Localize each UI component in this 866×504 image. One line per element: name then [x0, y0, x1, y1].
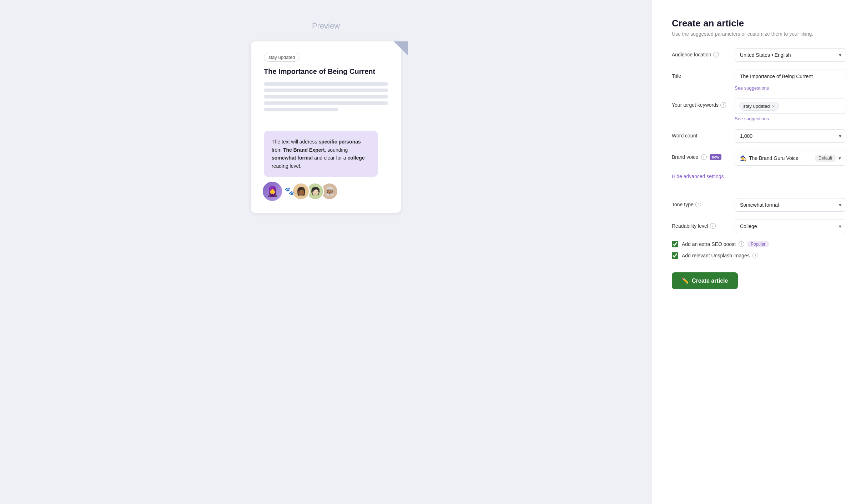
preview-article-title: The Importance of Being Current — [264, 67, 388, 76]
create-btn-icon: ✏️ — [682, 277, 689, 284]
speech-bubble: The text will address specific personas … — [264, 131, 378, 177]
audience-location-label: Audience location i — [672, 48, 729, 57]
unsplash-row: Add relevant Unsplash images i — [672, 252, 846, 259]
advanced-divider — [672, 190, 846, 190]
brand-voice-new-badge: new — [710, 154, 721, 160]
preview-line-1 — [264, 82, 388, 86]
keywords-see-suggestions[interactable]: See suggestions — [735, 116, 846, 121]
audience-location-select[interactable]: United States • English United Kingdom •… — [735, 48, 846, 62]
readability-label: Readability level i — [672, 220, 729, 229]
unsplash-checkbox[interactable] — [672, 252, 678, 259]
title-row: Title See suggestions — [672, 70, 846, 91]
keyword-tag-text: stay updated — [743, 104, 770, 109]
tone-type-row: Tone type i Somewhat formal Formal Casua… — [672, 198, 846, 212]
form-panel: Create an article Use the suggested para… — [652, 0, 866, 504]
seo-boost-label: Add an extra SEO boost i Popular — [682, 241, 769, 247]
audience-info-icon[interactable]: i — [713, 52, 719, 57]
tone-type-info-icon[interactable]: i — [695, 202, 701, 207]
avatar-main: 🧕 — [262, 181, 283, 202]
form-title: Create an article — [672, 18, 846, 29]
tone-type-select-wrap: Somewhat formal Formal Casual Neutral — [735, 198, 846, 212]
title-control: See suggestions — [735, 70, 846, 91]
readability-select-wrap: College High School Middle School Elemen… — [735, 220, 846, 233]
preview-line-5 — [264, 108, 338, 111]
seo-boost-info-icon[interactable]: i — [739, 241, 744, 247]
preview-line-3 — [264, 95, 388, 99]
preview-keyword-tag: stay updated — [264, 53, 299, 62]
title-label: Title — [672, 70, 729, 79]
brand-voice-default-badge: Default — [815, 155, 836, 162]
word-count-select[interactable]: 500 1,000 1,500 2,000 — [735, 129, 846, 143]
create-article-button[interactable]: ✏️ Create article — [672, 272, 738, 289]
avatar-small-1: 👩🏾 — [292, 182, 310, 200]
avatars-row: 🧕 🐾 👩🏾 🧑🏻 👳🏽 — [262, 181, 338, 202]
brand-voice-label: Brand voice i new — [672, 151, 729, 160]
brand-voice-info-icon[interactable]: i — [701, 154, 707, 160]
brand-voice-chevron-icon: ▾ — [839, 155, 841, 161]
keywords-input-wrap[interactable]: stay updated × — [735, 99, 846, 114]
preview-line-2 — [264, 89, 388, 92]
create-btn-label: Create article — [692, 278, 728, 284]
brand-voice-select[interactable]: 🧙 The Brand Guru Voice Default ▾ — [735, 151, 846, 166]
preview-title: Preview — [312, 21, 340, 31]
readability-info-icon[interactable]: i — [710, 223, 716, 229]
word-count-control: 500 1,000 1,500 2,000 — [735, 129, 846, 143]
preview-panel: Preview stay updated The Importance of B… — [0, 0, 652, 504]
brand-voice-control: 🧙 The Brand Guru Voice Default ▾ — [735, 151, 846, 166]
form-subtitle: Use the suggested parameters or customiz… — [672, 31, 846, 37]
keywords-label: Your target keywords i — [672, 99, 729, 108]
tone-type-select[interactable]: Somewhat formal Formal Casual Neutral — [735, 198, 846, 212]
keyword-tag-stay-updated: stay updated × — [739, 102, 779, 111]
seo-boost-row: Add an extra SEO boost i Popular — [672, 241, 846, 247]
brand-voice-right: Default ▾ — [815, 155, 841, 162]
brand-voice-row: Brand voice i new 🧙 The Brand Guru Voice… — [672, 151, 846, 166]
audience-location-select-wrap: United States • English United Kingdom •… — [735, 48, 846, 62]
word-count-label: Word count — [672, 129, 729, 138]
preview-line-4 — [264, 101, 388, 105]
hide-advanced-link[interactable]: Hide advanced settings — [672, 173, 846, 179]
readability-row: Readability level i College High School … — [672, 220, 846, 233]
seo-boost-popular-badge: Popular — [747, 241, 769, 247]
unsplash-label: Add relevant Unsplash images i — [682, 253, 758, 258]
tone-type-label: Tone type i — [672, 198, 729, 207]
readability-select[interactable]: College High School Middle School Elemen… — [735, 220, 846, 233]
readability-control: College High School Middle School Elemen… — [735, 220, 846, 233]
preview-content-lines — [264, 82, 388, 111]
seo-boost-checkbox[interactable] — [672, 241, 678, 247]
tone-type-control: Somewhat formal Formal Casual Neutral — [735, 198, 846, 212]
keywords-row: Your target keywords i stay updated × Se… — [672, 99, 846, 121]
title-input[interactable] — [735, 70, 846, 83]
preview-card: stay updated The Importance of Being Cur… — [251, 41, 401, 213]
audience-location-control: United States • English United Kingdom •… — [735, 48, 846, 62]
keyword-remove-btn[interactable]: × — [772, 104, 775, 109]
keywords-control: stay updated × See suggestions — [735, 99, 846, 121]
brand-voice-icon: 🧙 — [740, 155, 746, 161]
keywords-info-icon[interactable]: i — [720, 102, 726, 108]
brand-voice-name: The Brand Guru Voice — [749, 155, 799, 161]
word-count-row: Word count 500 1,000 1,500 2,000 — [672, 129, 846, 143]
audience-location-row: Audience location i United States • Engl… — [672, 48, 846, 62]
arrow-icon: 🐾 — [285, 187, 294, 196]
unsplash-info-icon[interactable]: i — [752, 253, 758, 258]
brand-voice-left: 🧙 The Brand Guru Voice — [740, 155, 799, 161]
title-see-suggestions[interactable]: See suggestions — [735, 85, 846, 91]
fold-corner-decoration — [394, 41, 408, 56]
word-count-select-wrap: 500 1,000 1,500 2,000 — [735, 129, 846, 143]
